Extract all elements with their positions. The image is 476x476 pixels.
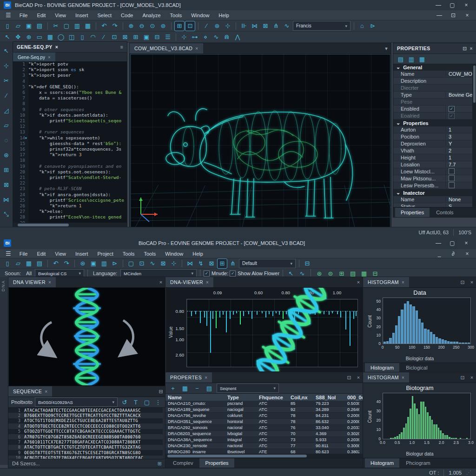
pointer-tool-icon[interactable]: ↖ <box>2 46 11 55</box>
property-row[interactable]: Losalion7.7 <box>393 161 472 168</box>
crop-icon[interactable]: ⊠ <box>261 21 270 31</box>
close-icon[interactable]: × <box>469 46 473 51</box>
snapshot-icon[interactable]: ⊡ <box>137 259 146 268</box>
menu-item-code[interactable]: Code <box>116 11 138 20</box>
snap-toggle-icon[interactable]: ⊞ <box>175 21 184 31</box>
section-header-inatector[interactable]: ⌄Inatector <box>393 189 472 196</box>
cut-icon[interactable]: ✂ <box>51 21 60 31</box>
stack-icon[interactable]: ⋔ <box>271 21 281 31</box>
save-icon[interactable]: ▣ <box>24 21 33 31</box>
property-value[interactable] <box>445 175 472 182</box>
table-body[interactable]: DNAOA210_cmuto:pscrandATC8579.2230.50303… <box>165 401 359 454</box>
property-row[interactable]: NameNone <box>393 196 472 203</box>
zoom-selection-icon[interactable]: ⊚ <box>159 21 168 31</box>
slice-icon[interactable]: ⊟ <box>152 33 162 42</box>
table-row[interactable]: BRAGA292_sonooisnacioralATC7633.0400.203… <box>165 425 359 431</box>
grid-tool-icon[interactable]: ⊞ <box>2 165 11 174</box>
node-tool-icon[interactable]: ⊹ <box>2 61 11 70</box>
menu-item-project[interactable]: Project <box>93 250 118 258</box>
menu-item-analyze[interactable]: Analyze <box>138 11 165 20</box>
breakpoint-icon[interactable]: ▾ <box>25 135 28 141</box>
pen-icon[interactable]: ∕ <box>202 21 211 31</box>
print-icon[interactable]: ▤ <box>35 21 44 31</box>
property-row[interactable]: Vhath2 <box>393 147 472 154</box>
close-icon[interactable]: × <box>156 277 165 287</box>
molecule-icon[interactable]: ⊛ <box>78 259 87 268</box>
sequence-row[interactable]: 8ATACTOTTCBTGACTCTGTCZTOTECATTCBAAETTTG3… <box>8 445 163 450</box>
export-icon[interactable]: ▤ <box>205 383 214 393</box>
property-row[interactable]: Pese <box>393 99 472 106</box>
tab-propertes[interactable]: PROPERTES× <box>165 372 212 383</box>
grid-toggle-icon[interactable]: ⊡ <box>185 21 195 31</box>
menu-item-tools[interactable]: Tools <box>139 250 160 258</box>
open-folder-icon[interactable]: ▱ <box>13 21 23 31</box>
menu-item-file[interactable]: File <box>15 11 33 20</box>
mdi-control[interactable]: ∂ <box>447 251 459 257</box>
open-folder-icon[interactable]: ▱ <box>13 259 23 268</box>
close-icon[interactable]: × <box>402 375 404 380</box>
zoom-out-icon[interactable]: ⊖ <box>137 21 146 31</box>
code-area[interactable]: 1"k">ieport potv2"k">ioport sson es sk3"… <box>13 61 127 223</box>
page-icon[interactable]: ▯ <box>78 33 87 42</box>
property-value[interactable] <box>445 182 472 189</box>
bottom-tab-contols[interactable]: Contols <box>430 208 459 217</box>
move-tool-icon[interactable]: ✥ <box>13 33 23 42</box>
paste-icon[interactable]: ▥ <box>73 21 82 31</box>
spray-icon[interactable]: ⊛ <box>212 21 222 31</box>
property-value[interactable]: 1 <box>445 127 472 132</box>
float-panel-icon[interactable]: ⊡ <box>344 372 354 383</box>
float-panel-icon[interactable]: ⊡ <box>458 277 467 287</box>
probe-icon[interactable]: ⊶ <box>190 33 199 42</box>
close-icon[interactable]: × <box>354 277 363 287</box>
close-button[interactable]: × <box>460 2 472 8</box>
hamburger-icon[interactable]: ☰ <box>3 250 14 257</box>
close-icon[interactable]: × <box>48 280 51 285</box>
tab-cow-model[interactable]: COW_MODEL_V3.8CAD× <box>130 43 203 53</box>
property-value[interactable]: 1 <box>445 155 472 160</box>
sheet-icon[interactable]: ☰ <box>163 33 172 42</box>
bottom-tab-properties[interactable]: Properties <box>199 458 234 468</box>
blend-tool-icon[interactable]: ⋈ <box>2 195 11 204</box>
zoom-fit-icon[interactable]: ⊙ <box>148 21 157 31</box>
close-icon[interactable]: × <box>354 372 363 383</box>
chevron-down-icon[interactable]: ▾ <box>382 43 391 53</box>
menu-item-view[interactable]: View <box>50 11 71 20</box>
close-icon[interactable]: × <box>467 277 476 287</box>
mirror-icon[interactable]: ⋈ <box>250 21 259 31</box>
minimize-button[interactable]: — <box>432 2 444 8</box>
menu-item-insert[interactable]: Insert <box>71 250 93 258</box>
trace-icon[interactable]: ↯ <box>196 259 205 268</box>
edit-row-icon[interactable]: ▦ <box>180 383 190 393</box>
mdi-control[interactable]: — <box>433 12 445 19</box>
mode-checkbox[interactable]: ✓Mnvde: <box>204 271 228 277</box>
more-icon[interactable]: ⋮ <box>153 397 163 407</box>
hamburger-icon[interactable]: ☰ <box>3 12 14 19</box>
column-header-name[interactable]: Name <box>165 395 225 400</box>
bottom-tab-biclogical[interactable]: Biclogical <box>400 363 433 372</box>
dna-canvas[interactable] <box>9 288 165 386</box>
checkbox[interactable] <box>449 168 455 174</box>
clip-icon[interactable]: ⊠ <box>159 259 168 268</box>
close-icon[interactable]: × <box>205 375 207 380</box>
tab-sequence[interactable]: SEQUENCE× <box>8 386 52 397</box>
list-view-icon[interactable]: ▤ <box>396 54 405 64</box>
table-row[interactable]: DRAGH351_sequencehontoralATC7886.6320.20… <box>165 419 359 425</box>
redo-icon[interactable]: ↷ <box>110 21 119 31</box>
maximize-button[interactable]: ▢ <box>446 2 458 8</box>
solid-icon[interactable]: ▣ <box>142 33 151 42</box>
column-header-coil-nx[interactable]: Coil,nx <box>288 395 313 400</box>
ruler-tool-icon[interactable]: ◿ <box>2 106 11 115</box>
grid-icon[interactable]: ⊞ <box>158 461 162 467</box>
table-row[interactable]: DNAGA189_sequenenaciogalATC9234.2890.264… <box>165 407 359 413</box>
close-icon[interactable]: × <box>45 389 47 394</box>
property-row[interactable]: Diecrter <box>393 85 472 92</box>
remove-row-icon[interactable]: − <box>192 383 202 393</box>
copy-icon[interactable]: ▢ <box>62 21 71 31</box>
marquee-icon[interactable]: ▭ <box>35 33 44 42</box>
scissors-tool-icon[interactable]: ✂ <box>2 76 11 85</box>
menu-item-window[interactable]: Window <box>160 250 188 258</box>
sequence-row[interactable]: 6A7R07GTYC07G8ZT8S8Z6AE0CREEEGEB8BS00TA0… <box>8 434 163 439</box>
undo-icon[interactable]: ↶ <box>99 21 109 31</box>
table-row[interactable]: DNAOK230_rensotenactoralATC7790.8110.300… <box>165 443 359 449</box>
table-row[interactable]: BR8OG280_insarretbsetovelATE6880.6230.38… <box>165 449 359 454</box>
